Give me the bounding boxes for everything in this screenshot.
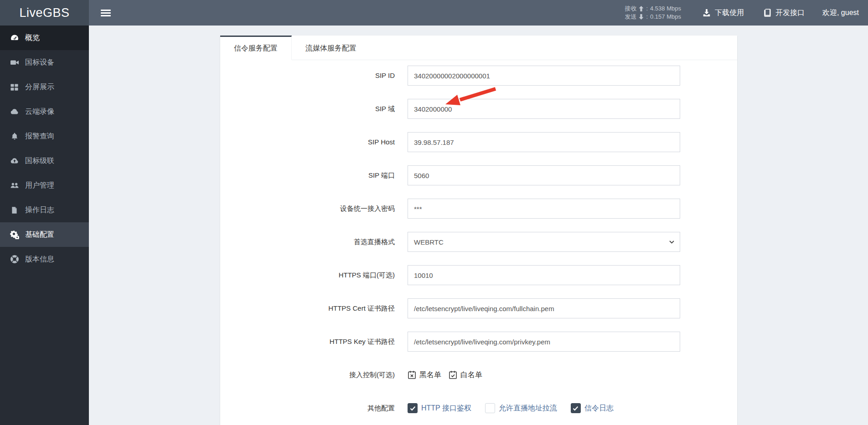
blacklist-link[interactable]: 黑名单 [408,370,441,380]
https-port-label: HTTPS 端口(可选) [220,265,408,285]
device-password-label: 设备统一接入密码 [220,199,408,219]
sidebar-item-gb-devices[interactable]: 国标设备 [0,50,89,75]
https-cert-input[interactable] [408,298,680,318]
main-content: 信令服务配置 流媒体服务配置 SIP ID SIP 域 SIP Host [89,26,868,425]
recv-value: 4.538 Mbps [650,5,681,13]
cloud-upload-icon [10,156,19,166]
arrow-down-icon [639,14,644,20]
sip-id-input[interactable] [408,66,680,86]
sidebar-item-overview[interactable]: 概览 [0,26,89,50]
api-docs-link[interactable]: 开发接口 [754,0,814,26]
sip-id-label: SIP ID [220,66,408,86]
video-camera-icon [10,58,19,67]
recv-label: 接收 [625,5,636,13]
sip-port-label: SIP 端口 [220,165,408,185]
hamburger-icon [101,8,111,18]
check-icon [573,406,579,411]
life-ring-icon [10,255,19,264]
chevron-down-icon [669,241,674,244]
https-cert-label: HTTPS Cert 证书路径 [220,298,408,318]
sidebar-toggle-button[interactable] [96,0,116,26]
sip-host-input[interactable] [408,132,680,152]
preferred-format-label: 首选直播格式 [220,232,408,252]
tab-bar: 信令服务配置 流媒体服务配置 [220,36,737,60]
download-icon [703,9,711,17]
https-key-input[interactable] [408,332,680,352]
users-icon [10,181,19,190]
signaling-log-checkbox[interactable] [571,403,581,413]
calendar-check-icon [449,370,457,379]
signaling-config-form: SIP ID SIP 域 SIP Host SIP 端口 [220,60,737,418]
http-auth-checkbox[interactable] [408,403,418,413]
calendar-times-icon [408,370,416,379]
sidebar-item-basic-config[interactable]: 基础配置 [0,222,89,247]
bell-icon [10,132,19,141]
signaling-log-checkbox-group[interactable]: 信令日志 [571,403,614,413]
sidebar-item-user-management[interactable]: 用户管理 [0,173,89,198]
gears-icon [10,230,19,240]
book-icon [763,9,771,17]
sidebar-item-operation-log[interactable]: 操作日志 [0,198,89,222]
arrow-up-icon [639,6,644,11]
allow-pull-checkbox[interactable] [485,403,495,413]
sidebar-item-gb-cascade[interactable]: 国标级联 [0,148,89,173]
sidebar-item-split-screen[interactable]: 分屏展示 [0,75,89,99]
sidebar-nav: 概览 国标设备 分屏展示 云端录像 报警查询 国标级联 用户管理 [0,26,89,425]
device-password-input[interactable] [408,199,680,219]
check-icon [410,406,416,411]
sidebar-item-cloud-recording[interactable]: 云端录像 [0,99,89,124]
config-card: 信令服务配置 流媒体服务配置 SIP ID SIP 域 SIP Host [220,36,737,425]
access-control-label: 接入控制(可选) [220,365,408,385]
sip-port-input[interactable] [408,165,680,185]
whitelist-link[interactable]: 白名单 [449,370,482,380]
sip-host-label: SIP Host [220,132,408,152]
http-auth-checkbox-group[interactable]: HTTP 接口鉴权 [408,403,471,413]
send-label: 发送 [625,13,636,21]
sip-domain-label: SIP 域 [220,99,408,119]
bandwidth-stats: 接收 : 4.538 Mbps 发送 : 0.157 Mbps [625,5,681,21]
preferred-format-select[interactable]: WEBRTC [408,232,680,252]
tab-signaling-config[interactable]: 信令服务配置 [220,36,292,60]
sidebar-item-version-info[interactable]: 版本信息 [0,247,89,271]
https-key-label: HTTPS Key 证书路径 [220,332,408,352]
user-menu[interactable]: 欢迎, guest [814,8,865,18]
grid-icon [10,82,19,92]
other-config-label: 其他配置 [220,398,408,418]
sidebar-item-alarm-query[interactable]: 报警查询 [0,124,89,148]
download-link[interactable]: 下载使用 [693,0,754,26]
app-logo[interactable]: LiveGBS [0,0,89,26]
sip-domain-input[interactable] [408,99,680,119]
file-icon [10,205,19,215]
https-port-input[interactable] [408,265,680,285]
top-navbar: LiveGBS 接收 : 4.538 Mbps 发送 : 0.157 Mbps … [0,0,868,26]
cloud-icon [10,107,19,117]
send-value: 0.157 Mbps [650,13,681,21]
dashboard-icon [10,33,19,43]
tab-streaming-config[interactable]: 流媒体服务配置 [292,36,370,60]
allow-pull-checkbox-group[interactable]: 允许直播地址拉流 [485,403,557,413]
